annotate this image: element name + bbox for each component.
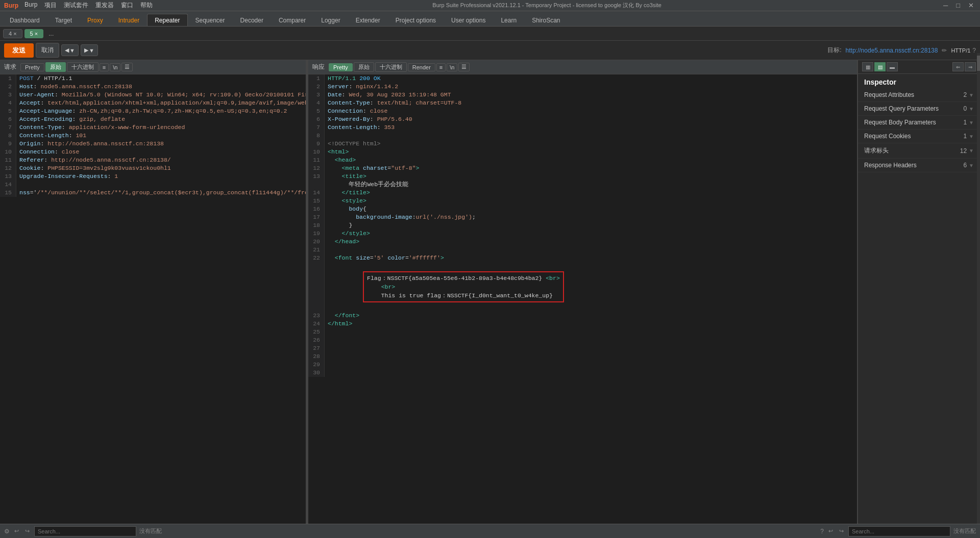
tab-dashboard[interactable]: Dashboard xyxy=(2,14,47,26)
res-line-8: 8 xyxy=(308,132,857,140)
tab-learn[interactable]: Learn xyxy=(493,14,524,26)
request-fmt-raw[interactable]: 原始 xyxy=(45,62,66,72)
res-line-21: 21 xyxy=(308,246,857,254)
request-icon-newline[interactable]: \n xyxy=(110,63,120,71)
response-icon-menu[interactable]: ☰ xyxy=(458,63,470,71)
tab-target[interactable]: Target xyxy=(47,14,80,26)
view-btn-grid[interactable]: ▦ xyxy=(862,62,873,71)
response-icon-list[interactable]: ≡ xyxy=(436,63,446,71)
res-line-11: 11 <head> xyxy=(308,156,857,164)
request-icon-list[interactable]: ≡ xyxy=(100,63,109,71)
no-match-right: 没有匹配 xyxy=(953,527,976,535)
chevron-down-icon: ▼ xyxy=(969,134,974,139)
settings-icon[interactable]: ⚙ xyxy=(4,528,10,535)
forward-icon-right[interactable]: ↪ xyxy=(838,528,845,534)
inspector-view-buttons: ▦ ▤ ▬ xyxy=(862,62,898,71)
main-content: 请求 Pretty 原始 十六进制 ≡ \n ☰ 1 POST / HTTP/1… xyxy=(0,60,980,524)
prev-button[interactable]: ◀ ▼ xyxy=(61,44,79,56)
align-left-icon[interactable]: ⇐ xyxy=(952,62,964,71)
minimize-button[interactable]: ─ xyxy=(941,2,950,9)
response-fmt-hex[interactable]: 十六进制 xyxy=(375,62,407,72)
target-label: 目标: xyxy=(827,46,841,55)
menu-repeater[interactable]: 重发器 xyxy=(95,1,114,10)
next-button[interactable]: ▶ ▼ xyxy=(81,44,98,56)
response-icon-newline[interactable]: \n xyxy=(447,63,457,71)
inspector-panel: ▦ ▤ ▬ ⇐ ⇒ Inspector Request Attributes 2… xyxy=(857,60,980,524)
tab-extender[interactable]: Extender xyxy=(348,14,388,26)
tab-project-options[interactable]: Project options xyxy=(388,14,444,26)
res-line-title-content: 年轻的Web手必会技能 xyxy=(308,181,857,189)
tab-sequencer[interactable]: Sequencer xyxy=(188,14,233,26)
menu-window[interactable]: 窗口 xyxy=(121,1,133,10)
tab-comparer[interactable]: Comparer xyxy=(271,14,313,26)
tab-proxy[interactable]: Proxy xyxy=(80,14,111,26)
request-code-area[interactable]: 1 POST / HTTP/1.1 2 Host: node5.anna.nss… xyxy=(0,74,306,524)
sub-tab-4[interactable]: 4 × xyxy=(3,29,22,38)
req-line-12: 12 Cookie: PHPSESSID=3mv2slg9k03vuasv1ck… xyxy=(0,164,306,172)
tab-user-options[interactable]: User options xyxy=(444,14,493,26)
tab-logger[interactable]: Logger xyxy=(313,14,348,26)
menu-help[interactable]: 帮助 xyxy=(140,1,153,10)
protocol-label: HTTP/1 xyxy=(951,47,970,54)
response-fmt-render[interactable]: Render xyxy=(408,63,435,71)
search-input-left[interactable] xyxy=(34,526,136,536)
chevron-down-icon: ▼ xyxy=(969,120,974,125)
res-line-20: 20 </head> xyxy=(308,238,857,246)
response-fmt-pretty[interactable]: Pretty xyxy=(329,63,353,71)
response-header: 响应 Pretty 原始 十六进制 Render ≡ \n ☰ xyxy=(308,60,857,74)
inspector-body-params[interactable]: Request Body Parameters 1 ▼ xyxy=(858,116,980,130)
maximize-button[interactable]: □ xyxy=(954,2,962,9)
sub-tab-more[interactable]: ... xyxy=(45,29,57,38)
tab-decoder[interactable]: Decoder xyxy=(233,14,271,26)
menu-test-suite[interactable]: 测试套件 xyxy=(64,1,88,10)
help-icon[interactable]: ? xyxy=(972,47,976,54)
request-header: 请求 Pretty 原始 十六进制 ≡ \n ☰ xyxy=(0,60,306,74)
res-line-12: 12 <meta charset="utf-8"> xyxy=(308,164,857,172)
edit-target-icon[interactable]: ✏ xyxy=(942,47,947,54)
req-line-4: 4 Accept: text/html,application/xhtml+xm… xyxy=(0,99,306,107)
back-icon-left[interactable]: ↩ xyxy=(13,528,20,534)
req-line-8: 8 Content-Length: 101 xyxy=(0,132,306,140)
inspector-query-params[interactable]: Request Query Parameters 0 ▼ xyxy=(858,102,980,116)
res-line-22: 22 <font size='5' color='#ffffff'> xyxy=(308,254,857,262)
send-button[interactable]: 发送 xyxy=(4,43,34,58)
menu-project[interactable]: 项目 xyxy=(44,1,57,10)
back-icon-right[interactable]: ↩ xyxy=(827,528,835,534)
sub-tab-5[interactable]: 5 × xyxy=(24,29,44,38)
inspector-title: Inspector xyxy=(858,74,980,88)
res-line-18: 18 } xyxy=(308,221,857,229)
res-line-6: 6 X-Powered-By: PHP/5.6.40 xyxy=(308,115,857,123)
req-line-7: 7 Content-Type: application/x-www-form-u… xyxy=(0,123,306,132)
res-line-24: 24 </html> xyxy=(308,320,857,328)
forward-icon-left[interactable]: ↪ xyxy=(23,528,31,534)
res-line-4: 4 Content-Type: text/html; charset=UTF-8 xyxy=(308,99,857,107)
search-input-right[interactable] xyxy=(848,526,950,536)
tab-intruder[interactable]: Intruder xyxy=(111,14,147,26)
inspector-request-cookies[interactable]: Request Cookies 1 ▼ xyxy=(858,130,980,143)
help-icon-right[interactable]: ? xyxy=(820,528,824,535)
res-line-10: 10 <html> xyxy=(308,148,857,156)
response-fmt-raw[interactable]: 原始 xyxy=(354,62,374,72)
inspector-response-headers[interactable]: Response Headers 6 ▼ xyxy=(858,159,980,172)
inspector-request-attributes[interactable]: Request Attributes 2 ▼ xyxy=(858,88,980,102)
close-button[interactable]: ✕ xyxy=(966,2,976,9)
view-btn-compact[interactable]: ▬ xyxy=(887,62,898,71)
align-right-icon[interactable]: ⇒ xyxy=(965,62,976,71)
req-line-1: 1 POST / HTTP/1.1 xyxy=(0,74,306,83)
tab-shiroscan[interactable]: ShiroScan xyxy=(524,14,568,26)
view-btn-list[interactable]: ▤ xyxy=(874,62,886,71)
menu-burp[interactable]: Burp xyxy=(24,1,37,10)
inspector-scrollbar[interactable] xyxy=(977,53,980,524)
tab-repeater[interactable]: Repeater xyxy=(147,14,187,26)
cancel-button[interactable]: 取消 xyxy=(36,43,59,58)
inspector-request-headers[interactable]: 请求标头 12 ▼ xyxy=(858,143,980,159)
res-line-23: 23 </font> xyxy=(308,312,857,320)
target-url[interactable]: http://node5.anna.nssctf.cn:28138 xyxy=(846,47,938,54)
request-icon-menu[interactable]: ☰ xyxy=(121,63,133,71)
response-code-area[interactable]: 1 HTTP/1.1 200 OK 2 Server: nginx/1.14.2… xyxy=(308,74,857,524)
window-controls: ─ □ ✕ xyxy=(941,2,976,9)
request-fmt-hex[interactable]: 十六进制 xyxy=(67,62,99,72)
request-fmt-pretty[interactable]: Pretty xyxy=(20,63,44,71)
req-line-14: 14 xyxy=(0,181,306,189)
res-line-7: 7 Content-Length: 353 xyxy=(308,123,857,132)
